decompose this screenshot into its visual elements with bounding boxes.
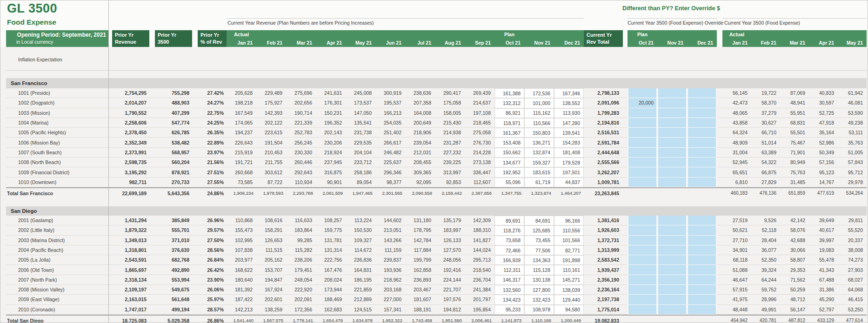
override-input[interactable] bbox=[628, 245, 657, 255]
revenue-plan-input[interactable]: 181,408 bbox=[554, 148, 584, 158]
revenue-plan-input[interactable]: 161,388 bbox=[494, 88, 524, 98]
revenue-plan-input[interactable]: 139,541 bbox=[554, 128, 584, 138]
override-input[interactable] bbox=[687, 236, 717, 245]
override-input[interactable] bbox=[628, 225, 657, 235]
revenue-plan-input[interactable]: 95,233 bbox=[494, 305, 524, 315]
override-input[interactable] bbox=[628, 108, 657, 118]
override-input[interactable] bbox=[687, 98, 717, 108]
revenue-plan-input[interactable]: 115,128 bbox=[524, 265, 554, 275]
revenue-plan-input[interactable]: 166,939 bbox=[494, 255, 524, 265]
override-input[interactable] bbox=[657, 128, 687, 138]
revenue-plan-input[interactable]: 84,691 bbox=[524, 216, 554, 225]
override-input[interactable] bbox=[628, 216, 657, 225]
override-input[interactable] bbox=[628, 88, 657, 98]
revenue-plan-input[interactable]: 146,317 bbox=[494, 275, 524, 285]
override-input[interactable] bbox=[628, 118, 657, 128]
override-input[interactable] bbox=[657, 108, 687, 118]
revenue-plan-input[interactable]: 101,000 bbox=[524, 98, 554, 108]
revenue-plan-input[interactable]: 145,271 bbox=[554, 275, 584, 285]
revenue-plan-input[interactable]: 132,312 bbox=[494, 98, 524, 108]
override-input[interactable] bbox=[687, 275, 717, 285]
override-input[interactable] bbox=[628, 265, 657, 275]
revenue-plan-input[interactable]: 113,930 bbox=[554, 108, 584, 118]
revenue-plan-input[interactable]: 130,138 bbox=[524, 275, 554, 285]
override-input[interactable] bbox=[687, 108, 717, 118]
override-input[interactable] bbox=[687, 148, 717, 158]
revenue-plan-input[interactable]: 167,346 bbox=[554, 88, 584, 98]
revenue-plan-input[interactable]: 134,363 bbox=[524, 255, 554, 265]
revenue-plan-input[interactable]: 112,311 bbox=[494, 265, 524, 275]
revenue-plan-input[interactable]: 61,719 bbox=[524, 178, 554, 187]
revenue-plan-input[interactable]: 115,162 bbox=[524, 108, 554, 118]
override-input[interactable] bbox=[687, 265, 717, 275]
override-input[interactable] bbox=[657, 178, 687, 187]
revenue-plan-input[interactable]: 110,556 bbox=[554, 225, 584, 235]
override-input[interactable]: 20,000 bbox=[628, 98, 657, 108]
revenue-plan-input[interactable]: 150,803 bbox=[524, 128, 554, 138]
revenue-plan-input[interactable]: 192,952 bbox=[494, 167, 524, 177]
override-input[interactable] bbox=[657, 245, 687, 255]
revenue-plan-input[interactable]: 82,771 bbox=[554, 245, 584, 255]
revenue-plan-input[interactable]: 94,580 bbox=[554, 305, 584, 315]
override-input[interactable] bbox=[628, 148, 657, 158]
override-input[interactable] bbox=[628, 236, 657, 245]
override-input[interactable] bbox=[628, 285, 657, 295]
revenue-plan-input[interactable]: 134,423 bbox=[494, 295, 524, 304]
override-input[interactable] bbox=[687, 255, 717, 265]
revenue-plan-input[interactable]: 147,280 bbox=[554, 118, 584, 128]
override-input[interactable] bbox=[628, 138, 657, 147]
override-input[interactable] bbox=[628, 178, 657, 187]
override-input[interactable] bbox=[687, 225, 717, 235]
override-input[interactable] bbox=[657, 88, 687, 98]
override-input[interactable] bbox=[687, 305, 717, 315]
revenue-plan-input[interactable]: 125,685 bbox=[524, 225, 554, 235]
override-input[interactable] bbox=[687, 178, 717, 187]
revenue-plan-input[interactable]: 161,367 bbox=[494, 128, 524, 138]
override-input[interactable] bbox=[657, 265, 687, 275]
revenue-plan-input[interactable]: 153,408 bbox=[494, 138, 524, 147]
revenue-plan-input[interactable]: 110,161 bbox=[554, 265, 584, 275]
revenue-plan-input[interactable]: 134,677 bbox=[494, 158, 524, 167]
override-input[interactable] bbox=[657, 285, 687, 295]
override-input[interactable] bbox=[657, 98, 687, 108]
override-input[interactable] bbox=[687, 88, 717, 98]
override-input[interactable] bbox=[628, 167, 657, 177]
revenue-plan-input[interactable]: 101,566 bbox=[554, 236, 584, 245]
override-input[interactable] bbox=[657, 305, 687, 315]
revenue-plan-input[interactable]: 129,440 bbox=[554, 295, 584, 304]
override-input[interactable] bbox=[628, 158, 657, 167]
override-input[interactable] bbox=[628, 275, 657, 285]
override-input[interactable] bbox=[657, 236, 687, 245]
override-input[interactable] bbox=[687, 138, 717, 147]
override-input[interactable] bbox=[687, 285, 717, 295]
override-input[interactable] bbox=[657, 167, 687, 177]
revenue-plan-input[interactable]: 127,800 bbox=[524, 285, 554, 295]
override-input[interactable] bbox=[657, 158, 687, 167]
revenue-plan-input[interactable]: 132,423 bbox=[524, 295, 554, 304]
revenue-plan-input[interactable]: 73,658 bbox=[494, 236, 524, 245]
override-input[interactable] bbox=[687, 167, 717, 177]
revenue-plan-input[interactable]: 132,560 bbox=[494, 285, 524, 295]
revenue-plan-input[interactable]: 159,327 bbox=[524, 158, 554, 167]
override-input[interactable] bbox=[657, 225, 687, 235]
revenue-plan-input[interactable]: 183,615 bbox=[524, 167, 554, 177]
revenue-plan-input[interactable]: 136,271 bbox=[524, 138, 554, 147]
override-input[interactable] bbox=[687, 295, 717, 304]
revenue-plan-input[interactable]: 118,971 bbox=[494, 118, 524, 128]
revenue-plan-input[interactable]: 138,552 bbox=[554, 98, 584, 108]
override-input[interactable] bbox=[657, 295, 687, 304]
revenue-plan-input[interactable]: 132,874 bbox=[524, 148, 554, 158]
revenue-plan-input[interactable]: 72,466 bbox=[494, 245, 524, 255]
revenue-plan-input[interactable]: 86,921 bbox=[494, 108, 524, 118]
override-input[interactable] bbox=[687, 158, 717, 167]
revenue-plan-input[interactable]: 172,536 bbox=[524, 88, 554, 98]
override-input[interactable] bbox=[687, 245, 717, 255]
override-input[interactable] bbox=[657, 148, 687, 158]
revenue-plan-input[interactable]: 55,096 bbox=[494, 178, 524, 187]
override-input[interactable] bbox=[687, 128, 717, 138]
revenue-plan-input[interactable]: 150,662 bbox=[494, 148, 524, 158]
override-input[interactable] bbox=[687, 118, 717, 128]
revenue-plan-input[interactable]: 89,691 bbox=[494, 216, 524, 225]
revenue-plan-input[interactable]: 108,978 bbox=[524, 305, 554, 315]
override-input[interactable] bbox=[657, 216, 687, 225]
